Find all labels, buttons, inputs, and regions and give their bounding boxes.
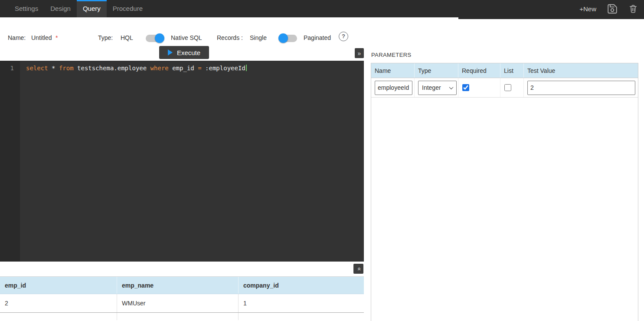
required-asterisk: * [56,34,58,41]
param-test-value-input[interactable] [527,81,635,95]
param-list-checkbox[interactable] [504,84,511,91]
name-value[interactable]: Untitled [31,34,52,41]
param-column-list: List [500,63,524,78]
code-editor-area[interactable]: select * from testschema.employee where … [20,61,364,262]
param-required-checkbox[interactable] [462,84,469,91]
line-number: 1 [10,65,14,72]
sql-text: :employeeId [202,65,245,72]
double-chevron-right-icon: » [358,50,361,57]
results-column-header: company_id [239,277,364,294]
records-toggle[interactable] [279,35,297,42]
type-label: Type: [98,34,113,41]
records-option-paginated[interactable]: Paginated [304,34,331,41]
result-cell-company-id: 1 [239,294,364,312]
tab-bar: Settings Design Query Procedure [9,0,644,17]
records-label: Records : [217,34,243,41]
param-column-test-value: Test Value [524,63,638,78]
text-cursor [246,65,247,71]
type-toggle[interactable] [146,35,164,42]
parameters-header-row: Name Type Required List Test Value [371,63,638,78]
tab-settings[interactable]: Settings [9,0,44,17]
param-column-type: Type [415,63,458,78]
param-column-required: Required [458,63,500,78]
double-chevron-up-icon: » [355,267,362,271]
execute-button[interactable]: Execute [159,46,209,59]
result-cell-emp-name: WMUser [117,294,239,312]
tab-procedure[interactable]: Procedure [107,0,149,17]
results-column-header: emp_id [0,277,117,294]
execute-label: Execute [177,49,200,56]
sql-editor: 1 select * from testschema.employee wher… [0,61,364,262]
results-table: emp_id emp_name company_id 2 WMUser 1 [0,276,364,320]
name-label: Name: [8,34,26,41]
table-row: 2 WMUser 1 [0,294,364,313]
param-name-input[interactable] [375,81,412,95]
sql-keyword: from [59,65,74,72]
delete-icon[interactable] [628,3,638,15]
sql-keyword: select [26,65,48,72]
results-column-header: emp_name [117,277,239,294]
chevron-down-icon [449,85,454,89]
param-type-select[interactable]: Integer [418,81,457,95]
sql-text: emp_id [169,65,198,72]
header-actions: +New [579,0,638,17]
query-form-row: Name: Untitled * Type: HQL Native SQL Re… [0,30,366,46]
header-extension-strip [458,17,644,19]
help-icon[interactable]: ? [339,32,348,41]
param-type-value: Integer [422,84,441,91]
collapse-results-button[interactable]: » [353,264,363,274]
sql-text: testschema.employee [74,65,150,72]
records-toggle-knob [278,33,288,43]
type-toggle-knob [155,33,164,43]
top-header-bar: Settings Design Query Procedure +New [0,0,644,17]
parameter-row: Integer [371,78,638,98]
new-query-button[interactable]: +New [579,5,596,13]
type-option-hql[interactable]: HQL [121,34,133,41]
save-icon[interactable] [607,3,618,15]
parameters-title: PARAMETERS [371,52,412,58]
records-option-single[interactable]: Single [250,34,267,41]
play-icon [168,49,173,56]
result-cell-emp-id: 2 [0,294,117,312]
type-option-native-sql[interactable]: Native SQL [171,34,202,41]
sql-keyword: where [150,65,169,72]
results-empty-row [0,313,364,320]
tab-design[interactable]: Design [44,0,77,17]
param-column-name: Name [371,63,415,78]
sql-text: * [48,65,59,72]
results-header-row: emp_id emp_name company_id [0,276,364,294]
editor-gutter: 1 [0,61,20,262]
expand-panel-button[interactable]: » [355,48,364,58]
sql-keyword: = [198,65,201,72]
query-designer-app: Settings Design Query Procedure +New [0,0,644,321]
parameters-table: Name Type Required List Test Value Integ… [371,63,638,321]
tab-query[interactable]: Query [77,0,107,17]
